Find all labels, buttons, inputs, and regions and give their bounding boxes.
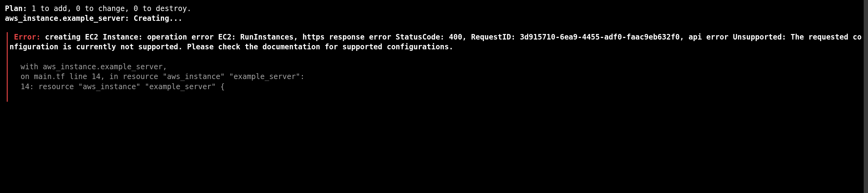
error-message: creating EC2 Instance: operation error E… [9, 33, 862, 51]
error-context-on: on main.tf line 14, in resource "aws_ins… [9, 72, 863, 81]
blank-line-2 [9, 91, 863, 102]
plan-label: Plan: [5, 4, 27, 13]
error-context-with: with aws_instance.example_server, [9, 62, 863, 72]
error-message-line: Error: creating EC2 Instance: operation … [9, 32, 863, 52]
error-context-code: 14: resource "aws_instance" "example_ser… [9, 82, 863, 91]
terminal-output: Plan: 1 to add, 0 to change, 0 to destro… [5, 4, 863, 102]
plan-summary: 1 to add, 0 to change, 0 to destroy. [27, 4, 191, 13]
scrollbar[interactable] [864, 0, 868, 193]
creating-line: aws_instance.example_server: Creating... [5, 13, 863, 23]
error-label: Error: [14, 33, 40, 41]
error-block: Error: creating EC2 Instance: operation … [7, 32, 863, 102]
error-indent [9, 33, 14, 41]
plan-line: Plan: 1 to add, 0 to change, 0 to destro… [5, 4, 863, 13]
blank-line [9, 52, 863, 62]
